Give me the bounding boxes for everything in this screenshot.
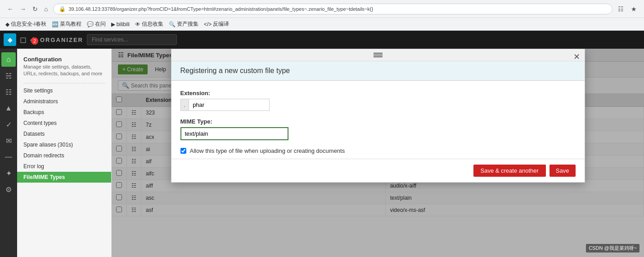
icon-sidebar: ⌂ ☵ ☷ ▲ ✓ ✉ — ✦ ⚙: [0, 49, 17, 257]
mime-label: MIME Type:: [180, 118, 576, 125]
app: ◆ ◻ ◇ 2 ORGANIZER ⌂ ☵ ☷ ▲ ✓ ✉ — ✦ ⚙ Conf…: [0, 31, 644, 257]
nav-icon-2[interactable]: ◇ 2: [30, 35, 36, 45]
nav-item-administrators[interactable]: Administrators: [17, 96, 111, 107]
nav-buttons[interactable]: ← → ↻ ⌂: [5, 5, 50, 14]
bookmark-1[interactable]: ◆ 信息安全-i春秋: [5, 20, 46, 28]
allow-checkbox[interactable]: [180, 148, 186, 154]
save-button[interactable]: Save: [549, 165, 576, 177]
sidebar-plugin-btn[interactable]: ▲: [1, 101, 16, 115]
sidebar-mail-btn[interactable]: ✉: [1, 133, 16, 148]
nav-item-spare-aliases[interactable]: Spare aliases (301s): [17, 139, 111, 150]
bookmark-6[interactable]: 🔍 资产搜集: [169, 20, 198, 28]
allow-checkbox-row: Allow this type of file when uploading o…: [180, 147, 576, 154]
input-prefix-wrap: .: [180, 99, 576, 111]
back-button[interactable]: ←: [5, 5, 15, 14]
nav-item-site-settings[interactable]: Site settings: [17, 85, 111, 96]
nav-item-content-types[interactable]: Content types: [17, 118, 111, 128]
org-logo: ◆: [4, 33, 16, 46]
extension-label: Extension:: [180, 90, 576, 96]
browser-chrome: ← → ↻ ⌂ 🔒 39.106.48.123:33789/organizer.…: [0, 0, 644, 18]
bookmark-7[interactable]: </> 反编译: [204, 20, 229, 28]
content-area: ⌂ ☵ ☷ ▲ ✓ ✉ — ✦ ⚙ Configuration Manage s…: [0, 49, 644, 257]
nav-item-backups[interactable]: Backups: [17, 107, 111, 118]
reload-button[interactable]: ↻: [31, 5, 40, 14]
secure-icon: 🔒: [59, 6, 66, 12]
modal-footer: Save & create another Save: [171, 159, 585, 182]
modal-title-bar: Registering a new custom file type: [171, 61, 585, 81]
extension-input[interactable]: [189, 99, 270, 111]
allow-label: Allow this type of file when uploading o…: [190, 147, 345, 154]
nav-icon-1[interactable]: ◻: [20, 35, 27, 45]
modal-menu-bar: [171, 49, 585, 61]
nav-item-error-log[interactable]: Error log: [17, 161, 111, 172]
main-panel: ☷ File/MIME Types + Create Help 🔍: [112, 49, 644, 257]
bookmark-3[interactable]: 💬 在问: [87, 20, 106, 28]
hamburger-icon: [374, 52, 383, 58]
extensions-button[interactable]: ☷: [616, 5, 626, 14]
sidebar-dash-btn[interactable]: —: [1, 150, 16, 164]
modal-close-button[interactable]: ✕: [573, 52, 580, 62]
watermark: CSDN @我是菜鸡呀~: [586, 244, 639, 252]
sidebar-page-btn[interactable]: ☵: [1, 69, 16, 83]
bookmarks-bar: ◆ 信息安全-i春秋 🆕 菜鸟教程 💬 在问 ▶ bilibili 👁 信息收集…: [0, 18, 644, 31]
sidebar-star-btn[interactable]: ✦: [1, 166, 16, 180]
forward-button[interactable]: →: [18, 5, 28, 14]
sidebar-grid-btn[interactable]: ☷: [1, 85, 16, 99]
address-text: 39.106.48.123:33789/organizer.php?fromCI…: [68, 6, 373, 12]
home-button[interactable]: ⌂: [42, 5, 50, 14]
nav-panel: Configuration Manage site settings, data…: [17, 49, 112, 257]
extension-group: Extension: .: [180, 90, 576, 111]
top-nav: ◆ ◻ ◇ 2 ORGANIZER: [0, 31, 644, 49]
top-search-input[interactable]: [87, 34, 177, 45]
bookmark-2[interactable]: 🆕 菜鸟教程: [52, 20, 81, 28]
modal-overlay: ✕ Registering a new custom file type Ext…: [112, 49, 644, 257]
nav-item-datasets[interactable]: Datasets: [17, 128, 111, 139]
logo-icon: ◆: [8, 36, 13, 43]
modal-dialog: ✕ Registering a new custom file type Ext…: [171, 49, 585, 183]
bookmark-5[interactable]: 👁 信息收集: [135, 20, 163, 28]
nav-section-desc: Manage site settings, datasets, URLs, re…: [17, 64, 111, 81]
cube-icon: ◻: [20, 35, 27, 44]
address-bar[interactable]: 🔒 39.106.48.123:33789/organizer.php?from…: [53, 4, 612, 14]
modal-body: Extension: . MIME Type:: [171, 81, 585, 159]
nav-item-file-mime-types[interactable]: File/MIME Types: [17, 172, 111, 183]
bookmark-4[interactable]: ▶ bilibili: [111, 21, 130, 28]
nav-item-domain-redirects[interactable]: Domain redirects: [17, 150, 111, 161]
extension-prefix: .: [180, 99, 189, 111]
save-create-another-button[interactable]: Save & create another: [473, 165, 546, 177]
mime-group: MIME Type:: [180, 118, 576, 140]
org-title: ORGANIZER: [40, 37, 83, 43]
nav-section-title: Configuration: [17, 53, 111, 64]
sidebar-home-btn[interactable]: ⌂: [1, 52, 16, 67]
bookmark-button[interactable]: ★: [629, 5, 639, 14]
sidebar-check-btn[interactable]: ✓: [1, 117, 16, 132]
modal-title: Registering a new custom file type: [180, 67, 290, 74]
notification-badge: 2: [31, 37, 38, 45]
mime-input[interactable]: [180, 127, 288, 140]
sidebar-gear-btn[interactable]: ⚙: [1, 182, 16, 197]
